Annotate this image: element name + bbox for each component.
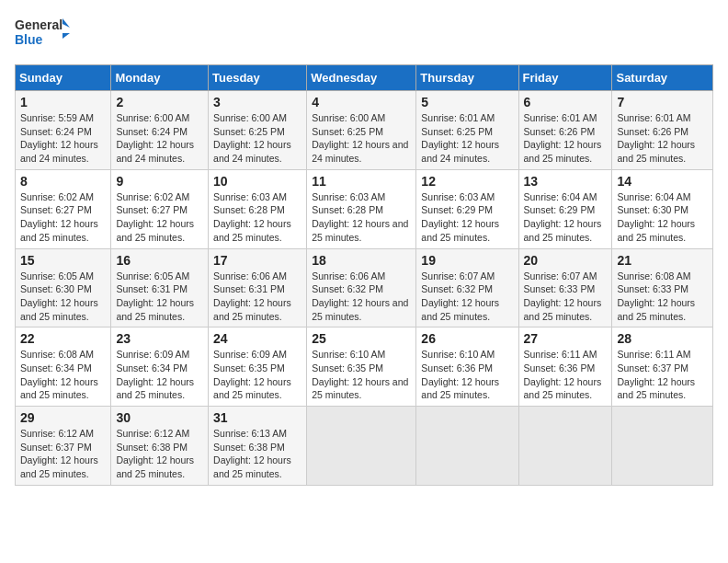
weekday-header: Saturday [612, 65, 713, 91]
day-number: 8 [20, 174, 106, 189]
calendar-week-row: 29Sunrise: 6:12 AMSunset: 6:37 PMDayligh… [16, 407, 713, 486]
calendar-week-row: 15Sunrise: 6:05 AMSunset: 6:30 PMDayligh… [16, 248, 713, 327]
day-info: Sunrise: 6:03 AMSunset: 6:28 PMDaylight:… [312, 190, 411, 245]
day-number: 28 [617, 331, 708, 346]
weekday-header: Monday [111, 65, 209, 91]
day-number: 7 [617, 95, 708, 109]
calendar-cell [518, 407, 612, 486]
day-info: Sunrise: 6:01 AMSunset: 6:26 PMDaylight:… [524, 111, 608, 166]
day-info: Sunrise: 6:02 AMSunset: 6:27 PMDaylight:… [116, 190, 203, 245]
weekday-header: Tuesday [209, 65, 307, 91]
svg-marker-2 [63, 18, 70, 39]
calendar-cell: 28Sunrise: 6:11 AMSunset: 6:37 PMDayligh… [612, 327, 713, 407]
calendar-cell: 6Sunrise: 6:01 AMSunset: 6:26 PMDaylight… [518, 91, 612, 170]
calendar-cell: 7Sunrise: 6:01 AMSunset: 6:26 PMDaylight… [612, 91, 713, 170]
calendar-header-row: SundayMondayTuesdayWednesdayThursdayFrid… [16, 65, 713, 91]
calendar-cell: 5Sunrise: 6:01 AMSunset: 6:25 PMDaylight… [416, 91, 518, 170]
day-info: Sunrise: 6:09 AMSunset: 6:35 PMDaylight:… [213, 348, 301, 402]
calendar-cell: 4Sunrise: 6:00 AMSunset: 6:25 PMDaylight… [307, 91, 416, 170]
calendar-cell: 18Sunrise: 6:06 AMSunset: 6:32 PMDayligh… [307, 248, 416, 327]
day-number: 21 [617, 253, 708, 268]
day-info: Sunrise: 6:12 AMSunset: 6:38 PMDaylight:… [116, 427, 203, 481]
calendar-cell: 8Sunrise: 6:02 AMSunset: 6:27 PMDaylight… [16, 169, 111, 248]
calendar-cell: 19Sunrise: 6:07 AMSunset: 6:32 PMDayligh… [416, 248, 518, 327]
calendar-cell [612, 407, 713, 486]
day-number: 24 [213, 331, 301, 346]
weekday-header: Wednesday [307, 65, 416, 91]
calendar-cell: 25Sunrise: 6:10 AMSunset: 6:35 PMDayligh… [307, 327, 416, 407]
calendar-cell [307, 407, 416, 486]
calendar-cell: 15Sunrise: 6:05 AMSunset: 6:30 PMDayligh… [16, 248, 111, 327]
day-number: 20 [524, 253, 608, 268]
calendar-cell: 17Sunrise: 6:06 AMSunset: 6:31 PMDayligh… [209, 248, 307, 327]
day-info: Sunrise: 6:05 AMSunset: 6:31 PMDaylight:… [116, 270, 203, 324]
day-number: 3 [213, 95, 301, 109]
calendar-table: SundayMondayTuesdayWednesdayThursdayFrid… [15, 64, 713, 486]
day-number: 18 [312, 253, 411, 268]
calendar-cell: 12Sunrise: 6:03 AMSunset: 6:29 PMDayligh… [416, 169, 518, 248]
day-number: 26 [421, 331, 513, 346]
day-info: Sunrise: 6:03 AMSunset: 6:29 PMDaylight:… [421, 190, 513, 245]
day-number: 17 [213, 253, 301, 268]
calendar-cell: 14Sunrise: 6:04 AMSunset: 6:30 PMDayligh… [612, 169, 713, 248]
day-info: Sunrise: 6:01 AMSunset: 6:26 PMDaylight:… [617, 111, 708, 166]
calendar-cell: 29Sunrise: 6:12 AMSunset: 6:37 PMDayligh… [16, 407, 111, 486]
day-number: 13 [524, 174, 608, 189]
day-info: Sunrise: 6:04 AMSunset: 6:29 PMDaylight:… [524, 190, 608, 245]
calendar-cell: 24Sunrise: 6:09 AMSunset: 6:35 PMDayligh… [209, 327, 307, 407]
day-number: 31 [213, 410, 301, 425]
day-info: Sunrise: 6:04 AMSunset: 6:30 PMDaylight:… [617, 190, 708, 245]
day-number: 25 [312, 331, 411, 346]
day-info: Sunrise: 6:06 AMSunset: 6:31 PMDaylight:… [213, 270, 301, 324]
day-info: Sunrise: 6:11 AMSunset: 6:37 PMDaylight:… [617, 348, 708, 402]
day-number: 12 [421, 174, 513, 189]
day-info: Sunrise: 6:05 AMSunset: 6:30 PMDaylight:… [20, 270, 106, 324]
day-info: Sunrise: 6:00 AMSunset: 6:24 PMDaylight:… [116, 111, 203, 166]
day-number: 11 [312, 174, 411, 189]
calendar-cell [416, 407, 518, 486]
day-number: 19 [421, 253, 513, 268]
day-number: 27 [524, 331, 608, 346]
calendar-cell: 1Sunrise: 5:59 AMSunset: 6:24 PMDaylight… [16, 91, 111, 170]
weekday-header: Friday [518, 65, 612, 91]
day-number: 5 [421, 95, 513, 109]
day-number: 6 [524, 95, 608, 109]
day-info: Sunrise: 6:00 AMSunset: 6:25 PMDaylight:… [213, 111, 301, 166]
day-number: 23 [116, 331, 203, 346]
day-number: 22 [20, 331, 106, 346]
calendar-cell: 3Sunrise: 6:00 AMSunset: 6:25 PMDaylight… [209, 91, 307, 170]
day-info: Sunrise: 6:11 AMSunset: 6:36 PMDaylight:… [524, 348, 608, 402]
logo: General Blue [15, 15, 70, 53]
day-info: Sunrise: 6:10 AMSunset: 6:36 PMDaylight:… [421, 348, 513, 402]
calendar-cell: 31Sunrise: 6:13 AMSunset: 6:38 PMDayligh… [209, 407, 307, 486]
calendar-week-row: 1Sunrise: 5:59 AMSunset: 6:24 PMDaylight… [16, 91, 713, 170]
day-number: 9 [116, 174, 203, 189]
day-info: Sunrise: 6:07 AMSunset: 6:32 PMDaylight:… [421, 270, 513, 324]
day-number: 10 [213, 174, 301, 189]
calendar-cell: 11Sunrise: 6:03 AMSunset: 6:28 PMDayligh… [307, 169, 416, 248]
day-info: Sunrise: 6:02 AMSunset: 6:27 PMDaylight:… [20, 190, 106, 245]
svg-text:General: General [15, 17, 63, 32]
day-info: Sunrise: 6:08 AMSunset: 6:33 PMDaylight:… [617, 270, 708, 324]
calendar-cell: 9Sunrise: 6:02 AMSunset: 6:27 PMDaylight… [111, 169, 209, 248]
day-info: Sunrise: 6:13 AMSunset: 6:38 PMDaylight:… [213, 427, 301, 481]
weekday-header: Sunday [16, 65, 111, 91]
calendar-cell: 23Sunrise: 6:09 AMSunset: 6:34 PMDayligh… [111, 327, 209, 407]
page-header: General Blue [15, 15, 713, 53]
day-info: Sunrise: 6:10 AMSunset: 6:35 PMDaylight:… [312, 348, 411, 402]
calendar-cell: 26Sunrise: 6:10 AMSunset: 6:36 PMDayligh… [416, 327, 518, 407]
day-number: 15 [20, 253, 106, 268]
calendar-cell: 2Sunrise: 6:00 AMSunset: 6:24 PMDaylight… [111, 91, 209, 170]
day-info: Sunrise: 6:01 AMSunset: 6:25 PMDaylight:… [421, 111, 513, 166]
calendar-cell: 30Sunrise: 6:12 AMSunset: 6:38 PMDayligh… [111, 407, 209, 486]
day-number: 1 [20, 95, 106, 109]
day-number: 16 [116, 253, 203, 268]
calendar-cell: 10Sunrise: 6:03 AMSunset: 6:28 PMDayligh… [209, 169, 307, 248]
day-number: 2 [116, 95, 203, 109]
day-info: Sunrise: 6:03 AMSunset: 6:28 PMDaylight:… [213, 190, 301, 245]
calendar-cell: 27Sunrise: 6:11 AMSunset: 6:36 PMDayligh… [518, 327, 612, 407]
day-info: Sunrise: 6:07 AMSunset: 6:33 PMDaylight:… [524, 270, 608, 324]
svg-text:Blue: Blue [15, 32, 43, 47]
day-info: Sunrise: 6:08 AMSunset: 6:34 PMDaylight:… [20, 348, 106, 402]
logo-svg: General Blue [15, 15, 70, 53]
